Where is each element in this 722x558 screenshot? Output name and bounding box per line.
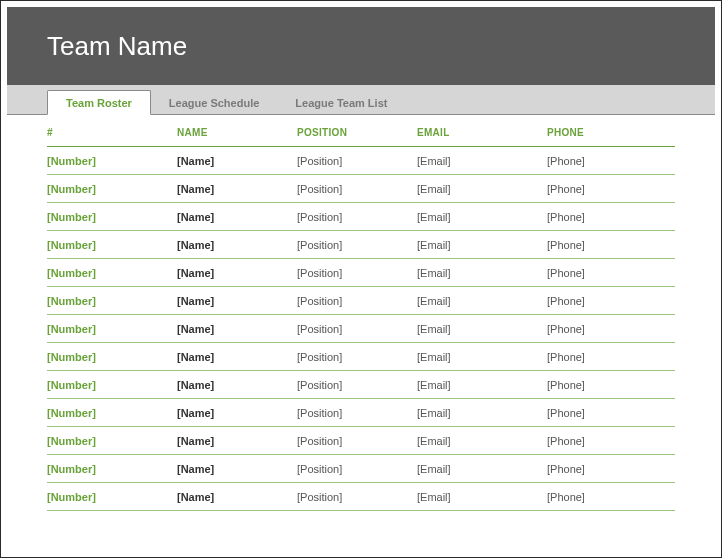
table-row: [Number][Name][Position][Email][Phone] [47, 371, 675, 399]
header-bar: Team Name [7, 7, 715, 85]
cell-name: [Name] [177, 407, 297, 419]
cell-name: [Name] [177, 435, 297, 447]
cell-email: [Email] [417, 435, 547, 447]
cell-name: [Name] [177, 211, 297, 223]
cell-email: [Email] [417, 379, 547, 391]
cell-name: [Name] [177, 463, 297, 475]
cell-email: [Email] [417, 239, 547, 251]
cell-position: [Position] [297, 379, 417, 391]
cell-name: [Name] [177, 351, 297, 363]
table-row: [Number][Name][Position][Email][Phone] [47, 483, 675, 511]
cell-position: [Position] [297, 267, 417, 279]
cell-phone: [Phone] [547, 267, 657, 279]
cell-phone: [Phone] [547, 323, 657, 335]
cell-number: [Number] [47, 323, 177, 335]
cell-position: [Position] [297, 351, 417, 363]
cell-number: [Number] [47, 155, 177, 167]
cell-email: [Email] [417, 407, 547, 419]
cell-phone: [Phone] [547, 435, 657, 447]
cell-number: [Number] [47, 183, 177, 195]
cell-position: [Position] [297, 211, 417, 223]
cell-phone: [Phone] [547, 211, 657, 223]
cell-position: [Position] [297, 295, 417, 307]
table-row: [Number][Name][Position][Email][Phone] [47, 231, 675, 259]
table-row: [Number][Name][Position][Email][Phone] [47, 343, 675, 371]
cell-email: [Email] [417, 463, 547, 475]
cell-phone: [Phone] [547, 463, 657, 475]
cell-email: [Email] [417, 295, 547, 307]
cell-name: [Name] [177, 155, 297, 167]
col-header-position: POSITION [297, 127, 417, 138]
tab-strip: Team Roster League Schedule League Team … [7, 85, 715, 115]
cell-number: [Number] [47, 211, 177, 223]
cell-number: [Number] [47, 351, 177, 363]
cell-name: [Name] [177, 491, 297, 503]
cell-name: [Name] [177, 379, 297, 391]
col-header-phone: PHONE [547, 127, 657, 138]
table-row: [Number][Name][Position][Email][Phone] [47, 315, 675, 343]
cell-number: [Number] [47, 239, 177, 251]
table-row: [Number][Name][Position][Email][Phone] [47, 455, 675, 483]
table-row: [Number][Name][Position][Email][Phone] [47, 427, 675, 455]
tab-league-schedule[interactable]: League Schedule [151, 91, 277, 114]
cell-position: [Position] [297, 407, 417, 419]
cell-number: [Number] [47, 491, 177, 503]
cell-email: [Email] [417, 323, 547, 335]
cell-position: [Position] [297, 491, 417, 503]
tab-team-roster[interactable]: Team Roster [47, 90, 151, 115]
cell-number: [Number] [47, 379, 177, 391]
cell-name: [Name] [177, 295, 297, 307]
table-row: [Number][Name][Position][Email][Phone] [47, 399, 675, 427]
table-row: [Number][Name][Position][Email][Phone] [47, 203, 675, 231]
table-header-row: # NAME POSITION EMAIL PHONE [47, 115, 675, 147]
page-title: Team Name [47, 31, 187, 62]
cell-email: [Email] [417, 211, 547, 223]
cell-position: [Position] [297, 183, 417, 195]
cell-email: [Email] [417, 155, 547, 167]
cell-phone: [Phone] [547, 155, 657, 167]
col-header-number: # [47, 127, 177, 138]
cell-number: [Number] [47, 463, 177, 475]
cell-position: [Position] [297, 239, 417, 251]
table-row: [Number][Name][Position][Email][Phone] [47, 259, 675, 287]
cell-name: [Name] [177, 239, 297, 251]
cell-name: [Name] [177, 183, 297, 195]
col-header-email: EMAIL [417, 127, 547, 138]
col-header-name: NAME [177, 127, 297, 138]
cell-email: [Email] [417, 267, 547, 279]
cell-email: [Email] [417, 491, 547, 503]
cell-name: [Name] [177, 267, 297, 279]
cell-position: [Position] [297, 323, 417, 335]
cell-phone: [Phone] [547, 239, 657, 251]
table-row: [Number][Name][Position][Email][Phone] [47, 287, 675, 315]
cell-phone: [Phone] [547, 351, 657, 363]
cell-phone: [Phone] [547, 379, 657, 391]
cell-position: [Position] [297, 463, 417, 475]
cell-number: [Number] [47, 267, 177, 279]
roster-table: # NAME POSITION EMAIL PHONE [Number][Nam… [7, 115, 715, 511]
cell-phone: [Phone] [547, 183, 657, 195]
tab-league-team-list[interactable]: League Team List [277, 91, 405, 114]
cell-phone: [Phone] [547, 491, 657, 503]
table-row: [Number][Name][Position][Email][Phone] [47, 147, 675, 175]
cell-phone: [Phone] [547, 407, 657, 419]
cell-number: [Number] [47, 435, 177, 447]
cell-phone: [Phone] [547, 295, 657, 307]
cell-email: [Email] [417, 351, 547, 363]
cell-position: [Position] [297, 435, 417, 447]
cell-number: [Number] [47, 295, 177, 307]
cell-number: [Number] [47, 407, 177, 419]
table-row: [Number][Name][Position][Email][Phone] [47, 175, 675, 203]
cell-name: [Name] [177, 323, 297, 335]
cell-position: [Position] [297, 155, 417, 167]
cell-email: [Email] [417, 183, 547, 195]
